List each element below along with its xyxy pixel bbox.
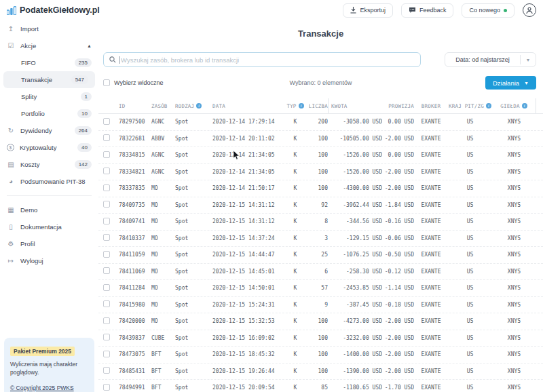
info-icon[interactable]: i [196, 103, 202, 109]
cell-data: 2020-12-15 15:24:31 [212, 302, 288, 308]
row-checkbox[interactable] [103, 118, 110, 125]
column-header-broker[interactable]: BROKER [414, 98, 448, 113]
cell-broker: EXANTE [414, 235, 448, 241]
sidebar-item-profil[interactable]: ⚙Profil [0, 235, 98, 252]
cell-data: 2020-12-14 21:34:05 [212, 169, 288, 175]
column-header-kwota[interactable]: KWOTA [328, 98, 382, 113]
transaction-row[interactable]: 78473075BFTSpot2020-12-15 18:45:32K100-1… [98, 347, 543, 364]
row-checkbox[interactable] [103, 351, 110, 357]
sidebar-item-dokumentacja[interactable]: ▯Dokumentacja [0, 218, 98, 235]
sidebar-item-demo[interactable]: ▦Demo [0, 201, 98, 218]
transaction-row[interactable]: 78337835MOSpot2020-12-14 21:50:17K100-43… [98, 180, 543, 197]
transaction-row[interactable]: 78297500AGNCSpot2020-12-14 17:29:14K200-… [98, 114, 543, 131]
column-header-gie-da[interactable]: GIEŁDAi [492, 98, 536, 113]
row-checkbox[interactable] [103, 300, 110, 307]
brand[interactable]: PodatekGiełdowy.pl [7, 5, 100, 15]
sidebar-item-fifo[interactable]: FIFO235 [0, 54, 98, 71]
transaction-row[interactable]: 78322681ABBVSpot2020-12-14 20:11:02K100-… [98, 131, 543, 148]
sidebar-item-label: Koszty [20, 161, 40, 168]
row-checkbox[interactable] [103, 284, 110, 291]
cell-data: 2020-12-14 21:34:05 [212, 152, 288, 158]
sidebar-item-transakcje[interactable]: Transakcje547 [3, 71, 95, 88]
copyright-link[interactable]: © Copyright 2025 PWKS [10, 385, 74, 391]
sidebar-item-koszty[interactable]: ▤Koszty142 [0, 156, 98, 173]
transaction-row[interactable]: 78334815AGNCSpot2020-12-14 21:34:05K100-… [98, 147, 543, 164]
cell-prowizja: -2.00 USD [382, 185, 414, 191]
export-button[interactable]: Eksportuj [343, 3, 393, 18]
cell-prowizja: -0.12 USD [382, 269, 414, 275]
cell-kwota: -2453.85 USD [328, 285, 382, 291]
transaction-row[interactable]: 78494991BFTSpot2020-12-15 20:09:54K85-11… [98, 380, 543, 392]
row-checkbox[interactable] [103, 267, 110, 274]
cell-rodzaj: Spot [175, 152, 212, 158]
transaction-row[interactable]: 78411069MOSpot2020-12-15 14:45:01K6-258.… [98, 264, 543, 281]
column-header-zas-b[interactable]: ZASÓB [151, 98, 175, 113]
cell-id: 78409741 [119, 218, 151, 224]
cell-kwota: -1400.00 USD [328, 351, 382, 357]
info-icon[interactable]: i [522, 103, 527, 109]
transaction-row[interactable]: 78411059MOSpot2020-12-15 14:44:47K25-107… [98, 247, 543, 264]
cell-kraj-pit-zg: US [448, 368, 492, 374]
row-checkbox[interactable] [103, 384, 110, 391]
cell-prowizja: -2.00 USD [382, 136, 414, 142]
sidebar-item-podsumowanie-pit-38[interactable]: ◕Podsumowanie PIT-38 [0, 173, 98, 190]
cell-kwota: -258.30 USD [328, 269, 382, 275]
transaction-row[interactable]: 78485431BFTSpot2020-12-15 19:26:44K100-1… [98, 364, 543, 380]
column-header-typ[interactable]: TYPi [288, 98, 302, 113]
user-avatar-button[interactable] [523, 3, 536, 17]
transaction-row[interactable]: 78410337MOSpot2020-12-15 14:37:24K3-129.… [98, 231, 543, 248]
column-header-prowizja[interactable]: PROWIZJA [382, 98, 414, 113]
row-checkbox[interactable] [103, 317, 110, 324]
column-header-id[interactable]: ID [119, 98, 151, 113]
row-checkbox[interactable] [103, 134, 110, 141]
cell-rodzaj: Spot [175, 136, 212, 142]
row-checkbox[interactable] [103, 234, 110, 241]
cell-kraj-pit-zg: US [448, 385, 492, 391]
row-checkbox[interactable] [103, 168, 110, 174]
whats-new-button[interactable]: Co nowego [462, 3, 514, 18]
row-checkbox-cell [103, 384, 119, 392]
feedback-button[interactable]: Feedback [401, 3, 454, 18]
transaction-row[interactable]: 78411284MOSpot2020-12-15 14:50:01K57-245… [98, 280, 543, 297]
search-input[interactable] [121, 56, 415, 64]
cell-liczba: 92 [302, 202, 328, 208]
cell-rodzaj: Spot [175, 269, 212, 275]
sidebar-item-label: Import [20, 25, 39, 33]
transaction-row[interactable]: 78439837CUBESpot2020-12-15 16:09:02K100-… [98, 330, 543, 347]
column-header-data[interactable]: DATA [212, 98, 288, 113]
cell-data: 2020-12-15 14:31:12 [212, 202, 288, 208]
row-checkbox[interactable] [103, 218, 110, 224]
cell-kwota: -129.15 USD [328, 235, 382, 241]
cell-gie-da: XNYS [492, 185, 536, 191]
sidebar-item-splity[interactable]: Splity1 [0, 88, 98, 105]
sidebar-item-portfolio[interactable]: Portfolio10 [0, 105, 98, 122]
column-header-rodzaj[interactable]: RODZAJi [175, 98, 212, 113]
row-checkbox[interactable] [103, 151, 110, 158]
transaction-row[interactable]: 78415980MOSpot2020-12-15 15:24:31K9-387.… [98, 297, 543, 314]
actions-button[interactable]: Działania ▼ [485, 76, 536, 90]
column-header-label: BROKER [422, 103, 441, 109]
transaction-row[interactable]: 78409735MOSpot2020-12-15 14:31:12K92-396… [98, 197, 543, 214]
transaction-row[interactable]: 78409741MOSpot2020-12-15 14:31:12K8-344.… [98, 214, 543, 231]
row-checkbox[interactable] [103, 251, 110, 258]
row-checkbox[interactable] [103, 184, 110, 191]
cell-kraj-pit-zg: US [448, 152, 492, 158]
cell-zas-b: AGNC [151, 169, 175, 175]
column-header-kraj-pit-zg[interactable]: KRAJ PIT/ZGi [448, 98, 492, 113]
row-checkbox[interactable] [103, 334, 110, 340]
sidebar-item-akcje[interactable]: ☑Akcje▲ [0, 37, 98, 54]
sidebar-item-kryptowaluty[interactable]: $Kryptowaluty40 [0, 139, 98, 156]
row-checkbox[interactable] [103, 367, 110, 374]
cell-rodzaj: Spot [175, 318, 212, 324]
transaction-row[interactable]: 78420000MOSpot2020-12-15 15:32:53K100-42… [98, 313, 543, 330]
sidebar-item-dywidendy[interactable]: ↻Dywidendy264 [0, 122, 98, 139]
sidebar-item-import[interactable]: ↥Import [0, 20, 98, 37]
column-header-liczba[interactable]: LICZBA [302, 98, 328, 113]
column-header-label: RODZAJ [175, 103, 194, 109]
sort-dropdown[interactable]: Data: od najstarszej ▼ [445, 52, 536, 67]
search-box[interactable] [103, 52, 421, 67]
transaction-row[interactable]: 78334821AGNCSpot2020-12-14 21:34:05K100-… [98, 164, 543, 181]
info-icon[interactable]: i [486, 103, 491, 109]
sidebar-item-wyloguj[interactable]: ↦Wyloguj [0, 252, 98, 269]
row-checkbox[interactable] [103, 201, 110, 208]
